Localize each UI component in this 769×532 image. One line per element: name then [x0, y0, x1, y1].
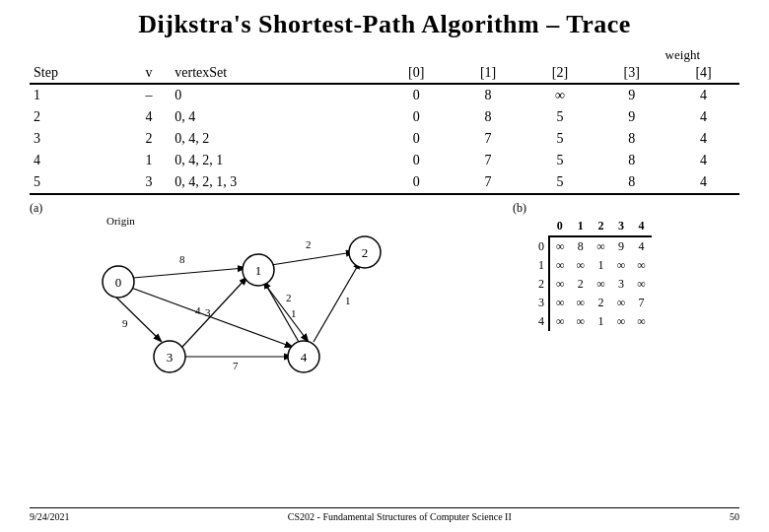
page-container: Dijkstra's Shortest-Path Algorithm – Tra… [0, 0, 769, 532]
matrix-table: 012340∞8∞941∞∞1∞∞2∞2∞3∞3∞∞2∞74∞∞1∞∞ [532, 217, 652, 331]
matrix-row: 4∞∞1∞∞ [532, 312, 652, 331]
footer-course: CS202 - Fundamental Structures of Comput… [288, 511, 512, 522]
matrix-cell: 3 [532, 294, 549, 312]
svg-line-4 [110, 292, 161, 341]
table-cell: 8 [453, 84, 524, 106]
table-cell: 0 [381, 84, 453, 106]
matrix-cell: ∞ [611, 312, 632, 331]
table-cell: 0, 4, 2, 1 [171, 150, 381, 171]
table-cell: 0, 4 [171, 106, 381, 128]
table-header-row: Step v vertexSet [0] [1] [2] [3] [4] [30, 63, 739, 84]
matrix-col-header: 2 [591, 217, 611, 236]
table-cell: 5 [30, 171, 126, 194]
table-cell: 5 [524, 128, 595, 150]
matrix-cell: ∞ [631, 256, 652, 275]
svg-text:8: 8 [179, 253, 185, 265]
matrix-cell: 2 [571, 275, 592, 294]
table-cell: 4 [667, 84, 739, 106]
table-cell: 8 [595, 171, 667, 194]
svg-text:1: 1 [345, 295, 351, 306]
table-cell: 9 [595, 84, 667, 106]
table-cell: 5 [524, 150, 595, 171]
matrix-cell: 4 [532, 312, 549, 331]
svg-text:1: 1 [255, 263, 262, 278]
matrix-cell: ∞ [631, 275, 652, 294]
table-cell: 1 [30, 84, 126, 106]
table-section: weight Step v vertexSet [0] [1] [2] [3] … [30, 47, 739, 195]
col-vertexset: vertexSet [171, 63, 381, 84]
table-row: 320, 4, 207584 [30, 128, 739, 150]
table-cell: 3 [30, 128, 126, 150]
svg-text:4: 4 [301, 350, 308, 365]
matrix-cell: ∞ [549, 294, 571, 312]
table-cell: 0, 4, 2 [171, 128, 381, 150]
matrix-col-header: 3 [611, 217, 632, 236]
table-cell: 8 [595, 128, 667, 150]
svg-text:3: 3 [167, 350, 174, 365]
page-title: Dijkstra's Shortest-Path Algorithm – Tra… [30, 10, 739, 39]
svg-line-6 [271, 252, 353, 265]
table-cell: ∞ [524, 84, 595, 106]
svg-line-10 [182, 278, 246, 347]
svg-text:2: 2 [306, 238, 312, 250]
matrix-row: 3∞∞2∞7 [532, 294, 652, 312]
table-cell: 4 [667, 106, 739, 128]
table-cell: 4 [30, 150, 126, 171]
table-cell: 2 [126, 128, 171, 150]
matrix-cell: ∞ [549, 275, 571, 294]
table-cell: 8 [453, 106, 524, 128]
matrix-cell: ∞ [571, 294, 592, 312]
svg-line-0 [133, 268, 245, 278]
matrix-cell: 4 [631, 236, 652, 256]
matrix-cell: 7 [631, 294, 652, 312]
matrix-cell: 1 [532, 256, 549, 275]
matrix-cell: ∞ [571, 256, 592, 275]
svg-text:3: 3 [205, 306, 211, 318]
svg-text:4: 4 [195, 304, 201, 316]
matrix-cell: 8 [571, 236, 592, 256]
table-cell: 1 [126, 150, 171, 171]
matrix-cell: ∞ [591, 236, 611, 256]
col-v: v [126, 63, 171, 84]
table-cell: 8 [595, 150, 667, 171]
svg-line-16 [314, 262, 360, 342]
footer-date: 9/24/2021 [30, 511, 70, 522]
col-0: [0] [381, 63, 453, 84]
svg-line-2 [131, 288, 292, 347]
table-cell: 5 [524, 106, 595, 128]
matrix-cell: ∞ [611, 256, 632, 275]
col-2: [2] [524, 63, 595, 84]
matrix-header-row: 01234 [532, 217, 652, 236]
table-cell: 4 [667, 128, 739, 150]
matrix-cell: ∞ [549, 236, 571, 256]
svg-text:1: 1 [291, 307, 297, 319]
matrix-cell: ∞ [549, 312, 571, 331]
table-cell: 0 [381, 150, 453, 171]
table-cell: 4 [667, 150, 739, 171]
col-step: Step [30, 63, 126, 84]
table-body: 1–008∞94240, 408594320, 4, 207584410, 4,… [30, 84, 739, 194]
matrix-cell: 1 [591, 256, 611, 275]
svg-text:2: 2 [286, 292, 292, 303]
table-cell: 0 [381, 128, 453, 150]
matrix-cell: 3 [611, 275, 632, 294]
table-cell: 4 [126, 106, 171, 128]
matrix-cell: ∞ [591, 275, 611, 294]
matrix-col-header [532, 217, 549, 236]
col-4: [4] [667, 63, 739, 84]
matrix-row: 1∞∞1∞∞ [532, 256, 652, 275]
matrix-col-header: 1 [571, 217, 592, 236]
matrix-row: 0∞8∞94 [532, 236, 652, 256]
table-cell: 3 [126, 171, 171, 194]
matrix-col-header: 4 [631, 217, 652, 236]
footer-page: 50 [730, 511, 739, 522]
table-row: 1–008∞94 [30, 84, 739, 106]
bottom-section: (a) Origin 8 4 9 [30, 201, 739, 507]
table-row: 240, 408594 [30, 106, 739, 128]
graph-svg: Origin 8 4 9 2 [39, 211, 414, 383]
col-3: [3] [595, 63, 667, 84]
table-cell: 9 [595, 106, 667, 128]
main-table: Step v vertexSet [0] [1] [2] [3] [4] 1–0… [30, 63, 739, 195]
matrix-label-b: (b) [513, 201, 526, 216]
table-cell: 7 [453, 128, 524, 150]
